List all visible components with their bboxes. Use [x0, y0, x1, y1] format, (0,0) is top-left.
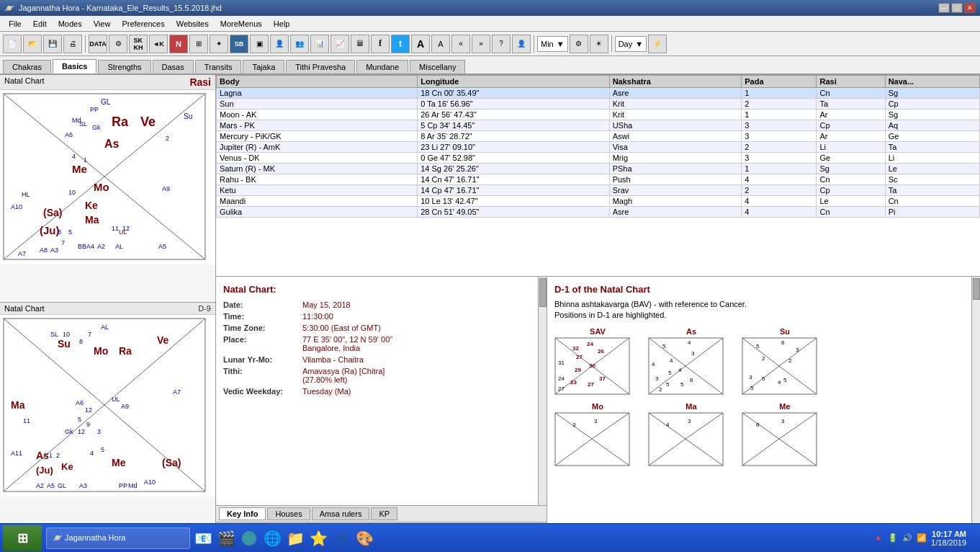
tab-basics[interactable]: Basics	[53, 59, 96, 74]
svg-text:Mo: Mo	[94, 181, 109, 193]
start-button[interactable]: ⊞	[3, 525, 42, 551]
save-button[interactable]: 💾	[43, 35, 62, 53]
col-nakshatra: Nakshatra	[609, 76, 742, 88]
taskbar-icon-1[interactable]: 📧	[194, 530, 212, 547]
bav-mo: Mo 3 3	[554, 402, 641, 468]
taskbar-active-app[interactable]: 🪐 Jagannatha Hora	[46, 527, 190, 549]
tool-btn-square[interactable]: ▣	[250, 35, 269, 53]
open-button[interactable]: 📂	[23, 35, 42, 53]
tab-chakras[interactable]: Chakras	[3, 60, 51, 74]
bav-ma-chart: 4 3	[648, 412, 724, 466]
tool-btn-grid1[interactable]: ⊞	[189, 35, 208, 53]
menu-modes[interactable]: Modes	[53, 18, 88, 30]
taskbar-icon-5[interactable]: 📁	[287, 530, 304, 547]
menu-view[interactable]: View	[88, 18, 117, 30]
tab-transits[interactable]: Transits	[195, 60, 242, 74]
tool-btn-person[interactable]: 👤	[512, 35, 531, 53]
min-dropdown[interactable]: Min ▼	[537, 36, 568, 52]
svg-text:4: 4	[666, 422, 670, 428]
close-button[interactable]: ✕	[964, 3, 976, 13]
d1-desc1: Bhinna ashtakavarga (BAV) - with referen…	[554, 299, 973, 321]
tab-dasas[interactable]: Dasas	[153, 60, 194, 74]
svg-text:11: 11	[112, 225, 119, 232]
natal-info-content[interactable]: Natal Chart: Date: May 15, 2018 Time: 11…	[216, 277, 547, 505]
taskbar-icon-7[interactable]: W	[333, 530, 350, 547]
svg-text:10: 10	[68, 189, 76, 196]
tab-amsa-rulers[interactable]: Amsa rulers	[312, 507, 370, 520]
tab-kp[interactable]: KP	[371, 507, 397, 520]
svg-text:4: 4	[652, 361, 655, 368]
d1-scroll-track	[971, 277, 980, 530]
svg-text:PP: PP	[119, 482, 127, 489]
menu-preferences[interactable]: Preferences	[116, 18, 170, 30]
tool-btn-n[interactable]: N	[169, 35, 188, 53]
menu-file[interactable]: File	[3, 18, 27, 30]
tab-key-info[interactable]: Key Info	[219, 507, 266, 520]
tool-btn-t[interactable]: t	[391, 35, 410, 53]
day-dropdown[interactable]: Day ▼	[615, 36, 647, 52]
svg-text:As: As	[36, 450, 49, 461]
tool-btn-q[interactable]: ?	[492, 35, 511, 53]
svg-text:Ra: Ra	[112, 115, 129, 129]
minimize-button[interactable]: —	[938, 3, 950, 13]
taskbar-icon-6[interactable]: ⭐	[310, 530, 327, 547]
svg-text:Su: Su	[184, 112, 192, 120]
svg-text:Su: Su	[58, 338, 71, 350]
col-pada: Pada	[742, 76, 817, 88]
tool-btn-a-big[interactable]: A	[411, 35, 430, 53]
svg-text:12: 12	[85, 406, 92, 414]
new-button[interactable]: 📄	[3, 35, 22, 53]
svg-text:29: 29	[575, 367, 581, 373]
d1-panel[interactable]: D-1 of the Natal Chart Bhinna ashtakavar…	[547, 277, 980, 530]
tool-btn-4[interactable]: ◄K	[149, 35, 168, 53]
tab-mundane[interactable]: Mundane	[356, 60, 408, 74]
tool-btn-2[interactable]: ⚙	[109, 35, 127, 53]
menu-moremenus[interactable]: MoreMenus	[215, 18, 268, 30]
taskbar-icon-3[interactable]	[240, 530, 258, 547]
bav-sav-chart: 32 24 31 27 26 29 30 24 23 27 27 37	[554, 337, 630, 395]
taskbar-icon-4[interactable]: 🌐	[264, 530, 281, 547]
d1-scroll-thumb[interactable]	[973, 278, 980, 300]
tool-btn-ll[interactable]: «	[451, 35, 470, 53]
menu-edit[interactable]: Edit	[27, 18, 53, 30]
maximize-button[interactable]: □	[951, 3, 963, 13]
tool-btn-gear[interactable]: ⚙	[570, 35, 588, 53]
svg-text:Gk: Gk	[92, 124, 101, 131]
tool-btn-7[interactable]: 📊	[310, 35, 329, 53]
tool-btn-star[interactable]: ✦	[210, 35, 228, 53]
tool-btn-1[interactable]: DATA	[89, 35, 107, 53]
tool-btn-rr[interactable]: »	[472, 35, 490, 53]
menu-websites[interactable]: Websites	[171, 18, 215, 30]
svg-text:A7: A7	[18, 250, 26, 257]
tab-houses[interactable]: Houses	[267, 507, 310, 520]
info-tabs: Key Info Houses Amsa rulers KP	[216, 505, 547, 522]
planet-table[interactable]: Body Longitude Nakshatra Pada Rasi Nava.…	[216, 75, 980, 277]
svg-text:Me: Me	[72, 163, 87, 175]
taskbar-icon-8[interactable]: 🎨	[356, 530, 373, 547]
tool-btn-a-small[interactable]: A	[431, 35, 450, 53]
tool-btn-last[interactable]: ⚡	[648, 35, 667, 53]
lunar-value: Vilamba - Chaitra	[302, 355, 364, 364]
tab-tajaka[interactable]: Tajaka	[243, 60, 284, 74]
svg-text:3: 3	[796, 347, 799, 353]
tool-btn-sb[interactable]: SB	[230, 35, 248, 53]
taskbar-icon-2[interactable]: 🎬	[217, 530, 235, 547]
col-nava: Nava...	[885, 76, 979, 88]
tool-btn-3[interactable]: SKKH	[129, 35, 148, 53]
tool-btn-5[interactable]: 👤	[270, 35, 289, 53]
svg-text:11: 11	[23, 417, 30, 424]
svg-text:A9: A9	[162, 185, 170, 192]
tool-btn-6[interactable]: 👥	[290, 35, 309, 53]
menu-help[interactable]: Help	[268, 18, 296, 30]
tool-btn-8[interactable]: 📈	[331, 35, 349, 53]
print-button[interactable]: 🖨	[63, 35, 82, 53]
svg-text:A3: A3	[50, 246, 58, 254]
tool-btn-9[interactable]: 🏛	[351, 35, 369, 53]
tool-btn-sun[interactable]: ☀	[590, 35, 608, 53]
sep2	[534, 35, 534, 53]
tool-btn-f[interactable]: f	[371, 35, 390, 53]
scroll-thumb[interactable]	[539, 278, 547, 307]
tab-miscellany[interactable]: Miscellany	[410, 60, 465, 74]
tab-tithi[interactable]: Tithi Pravesha	[286, 60, 355, 74]
tab-strengths[interactable]: Strengths	[98, 60, 150, 74]
